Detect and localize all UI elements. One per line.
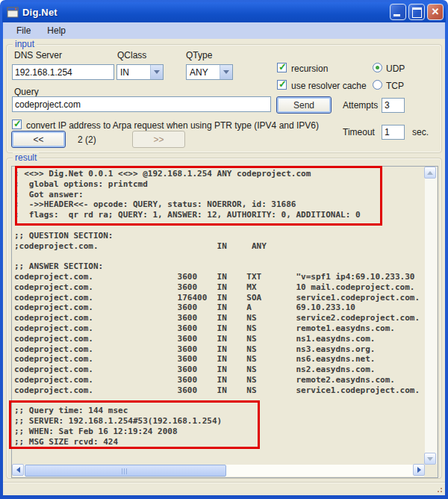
window-titlebar[interactable]: Dig.Net [2,2,446,22]
input-groupbox: input DNS Server QClass IN QType ANY rec… [6,44,442,153]
menu-bar: File Help [3,22,445,39]
udp-radio[interactable] [373,63,382,72]
attempts-label: Attempts [343,100,378,111]
status-bar [3,482,445,495]
scroll-up-icon [427,171,433,175]
chevron-down-icon[interactable] [220,65,232,79]
tcp-radio-label: TCP [386,81,404,91]
horizontal-scroll-thumb[interactable] [25,465,226,477]
vertical-scrollbar[interactable] [425,167,437,464]
scrollbar-corner [425,465,437,477]
attempts-input[interactable] [382,98,405,113]
prev-page-button[interactable]: << [11,131,66,148]
next-page-button[interactable]: >> [132,131,185,148]
maximize-button[interactable] [408,4,425,20]
result-text[interactable]: ; <<>> Dig.Net 0.0.1 <<>> @192.168.1.254… [14,169,423,463]
result-groupbox: result ; <<>> Dig.Net 0.0.1 <<>> @192.16… [6,158,442,479]
minimize-button[interactable] [390,4,406,20]
resolver-cache-checkbox[interactable] [277,80,287,90]
page-counter: 2 (2) [78,134,96,145]
window-title: Dig.Net [22,7,57,18]
menu-item-help[interactable]: Help [44,24,69,37]
app-icon [7,7,19,18]
result-textbox[interactable]: ; <<>> Dig.Net 0.0.1 <<>> @192.168.1.254… [11,166,438,478]
arpa-checkbox-label: convert IP address to Arpa request when … [26,120,319,131]
resize-grip-icon[interactable] [435,485,442,492]
close-button[interactable] [427,4,444,20]
qclass-select[interactable]: IN [116,64,164,80]
recursion-label: recursion [291,63,328,74]
query-input[interactable] [12,96,271,112]
scroll-left-icon [16,467,20,473]
timeout-input[interactable] [382,125,405,140]
horizontal-scrollbar[interactable] [13,465,424,477]
app-window: Dig.Net File Help input DNS Server QClas… [0,0,448,499]
dns-server-label: DNS Server [14,50,62,61]
scroll-up-button[interactable] [424,167,436,179]
query-label: Query [14,87,39,97]
menu-item-file[interactable]: File [13,24,34,37]
send-button[interactable]: Send [276,96,332,114]
resolver-cache-label: use resolver cache [291,81,367,91]
scroll-down-button[interactable] [424,453,436,465]
timeout-label: Timeout [343,127,375,137]
recursion-checkbox[interactable] [277,63,287,72]
scroll-right-icon [417,467,421,473]
qclass-label: QClass [117,50,146,61]
input-group-label: input [13,39,37,49]
scroll-right-button[interactable] [413,464,425,476]
scroll-down-icon [427,457,433,461]
arpa-checkbox[interactable] [12,120,22,129]
qtype-label: QType [186,50,212,61]
qtype-value: ANY [187,67,220,78]
dns-server-input[interactable] [12,64,114,80]
scroll-left-button[interactable] [12,464,24,476]
qclass-value: IN [117,67,150,78]
udp-radio-label: UDP [386,63,405,74]
timeout-unit-label: sec. [412,127,429,137]
client-area: input DNS Server QClass IN QType ANY rec… [3,39,445,495]
chevron-down-icon[interactable] [150,65,163,79]
tcp-radio[interactable] [373,80,382,90]
result-group-label: result [13,152,39,163]
qtype-select[interactable]: ANY [186,64,233,80]
